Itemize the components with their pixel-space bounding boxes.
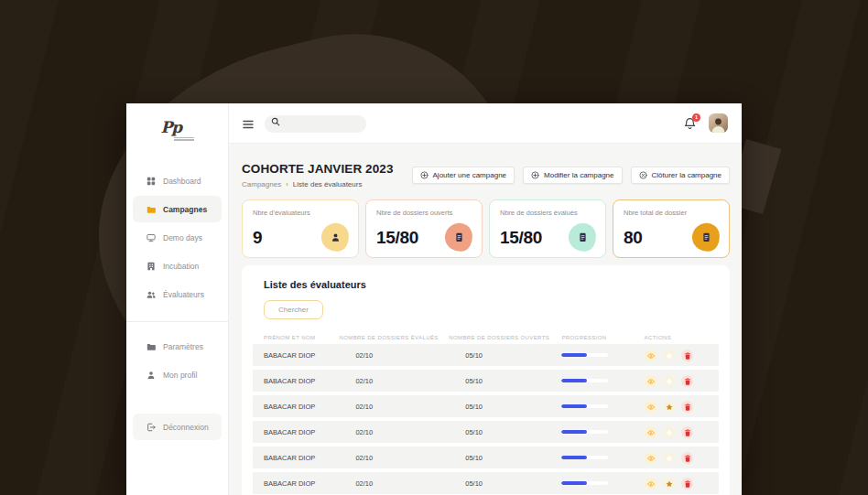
grid-icon — [146, 177, 156, 186]
trash-icon — [684, 404, 690, 410]
sidebar-divider — [126, 321, 228, 322]
sidebar-item-incubation[interactable]: Incubation — [133, 253, 222, 279]
view-button[interactable] — [645, 426, 656, 438]
file-icon — [701, 232, 711, 242]
stat-card-4: Nbre total de dossier80 — [613, 199, 730, 258]
cell-progress — [561, 456, 644, 459]
search-box — [265, 113, 366, 133]
sidebar-item-demo-days[interactable]: Demo days — [133, 224, 222, 251]
folder-icon — [146, 205, 156, 214]
page-title: COHORTE JANVIER 2023 — [242, 162, 394, 176]
eye-icon — [647, 455, 654, 461]
star-button[interactable] — [663, 350, 675, 361]
cell-progress — [561, 404, 644, 408]
sidebar-item-parametres[interactable]: Paramètres — [133, 333, 222, 360]
star-icon — [666, 455, 672, 461]
view-button[interactable] — [645, 452, 656, 464]
cell-name: BABACAR DIOP — [264, 377, 339, 385]
stat-card-1: Nbre d'évaluateurs9 — [242, 199, 359, 258]
stat-label: Nbre total de dossier — [624, 209, 720, 217]
cloturer-la-campagne-button[interactable]: Clôturer la campagne — [631, 167, 730, 184]
stat-label: Nbre de dossiers évalués — [500, 209, 596, 217]
page-header: COHORTE JANVIER 2023 Campagnes › Liste d… — [242, 162, 730, 188]
sidebar-item-label: Dashboard — [163, 177, 201, 186]
stat-label: Nbre d'évaluateurs — [253, 209, 349, 217]
delete-button[interactable] — [681, 426, 693, 438]
monitor-icon — [146, 233, 156, 242]
delete-button[interactable] — [681, 350, 693, 361]
star-button[interactable] — [663, 426, 675, 438]
delete-button[interactable] — [681, 375, 693, 387]
building-icon — [146, 262, 156, 271]
table-row: BABACAR DIOP02/1005/10 — [253, 370, 719, 392]
notifications-button[interactable]: 1 — [684, 117, 696, 130]
sidebar-item-label: Paramètres — [163, 342, 203, 351]
breadcrumb-parent[interactable]: Campagnes — [242, 180, 281, 188]
plus-circle-icon — [531, 171, 539, 179]
stat-row: 15/80 — [500, 223, 596, 252]
star-icon — [666, 429, 672, 436]
trash-icon — [684, 455, 690, 461]
cell-opened: 05/10 — [449, 403, 561, 411]
view-button[interactable] — [645, 478, 656, 490]
trash-icon — [684, 352, 690, 359]
cell-progress — [561, 481, 644, 485]
progress-bar — [561, 456, 608, 459]
sidebar-item-label: Campagnes — [163, 205, 207, 214]
trash-icon — [684, 378, 690, 384]
close-circle-icon — [639, 171, 647, 179]
sidebar-item-label: Mon profil — [163, 371, 197, 380]
delete-button[interactable] — [681, 401, 693, 413]
progress-bar — [561, 430, 608, 434]
cell-evaluated: 02/10 — [339, 351, 449, 360]
column-header-actions: Actions — [645, 335, 708, 340]
sidebar-secondary-nav: ParamètresMon profil — [126, 333, 228, 390]
star-button[interactable] — [663, 452, 675, 464]
cell-name: BABACAR DIOP — [264, 351, 339, 360]
ajouter-une-campagne-button[interactable]: Ajouter une campagne — [412, 167, 515, 184]
sidebar-item-deconnexion[interactable]: Déconnexion — [133, 414, 222, 440]
topbar: 1 — [229, 103, 742, 144]
menu-icon[interactable] — [243, 118, 254, 129]
search-icon — [271, 117, 280, 126]
breadcrumb-current: Liste des évaluateurs — [293, 180, 363, 188]
sidebar-item-label: Évaluateurs — [163, 290, 204, 299]
stat-value: 80 — [624, 228, 643, 248]
cell-opened: 05/10 — [449, 454, 561, 462]
stat-value: 15/80 — [376, 228, 418, 248]
view-button[interactable] — [645, 350, 656, 361]
modifier-la-campagne-button[interactable]: Modifier la campagne — [523, 167, 622, 184]
table-row: BABACAR DIOP02/1005/10 — [253, 421, 719, 443]
star-button[interactable] — [663, 375, 675, 387]
file-icon — [578, 232, 588, 242]
view-button[interactable] — [645, 401, 656, 413]
stat-blob — [567, 221, 598, 253]
cell-opened: 05/10 — [449, 351, 561, 360]
sidebar-item-evaluateurs[interactable]: Évaluateurs — [133, 281, 222, 307]
cell-evaluated: 02/10 — [339, 377, 449, 385]
sidebar-item-label: Demo days — [163, 233, 202, 242]
star-button[interactable] — [663, 401, 675, 413]
trash-icon — [684, 429, 690, 436]
stat-row: 15/80 — [376, 223, 472, 252]
cell-progress — [561, 430, 644, 434]
logout-icon — [146, 423, 156, 432]
view-button[interactable] — [645, 375, 656, 387]
sidebar-item-dashboard[interactable]: Dashboard — [133, 167, 222, 194]
cell-name: BABACAR DIOP — [264, 454, 339, 462]
progress-bar — [561, 379, 608, 382]
table-header: Prénom et nomNombre de dossiers évaluésN… — [253, 335, 719, 340]
sidebar-nav: DashboardCampagnesDemo daysIncubationÉva… — [126, 167, 228, 309]
cell-evaluated: 02/10 — [339, 428, 449, 436]
sidebar-item-campagnes[interactable]: Campagnes — [133, 196, 222, 222]
star-button[interactable] — [663, 478, 675, 490]
app-logo[interactable]: Pp — [126, 103, 228, 147]
user-avatar[interactable] — [709, 113, 728, 133]
delete-button[interactable] — [681, 478, 693, 490]
search-filter-button[interactable]: Chercher — [264, 300, 323, 319]
logo-text: Pp — [161, 120, 194, 135]
sidebar-item-mon-profil[interactable]: Mon profil — [133, 361, 222, 388]
table-row: BABACAR DIOP02/1005/10 — [253, 447, 719, 468]
star-icon — [666, 378, 672, 384]
delete-button[interactable] — [681, 452, 693, 464]
